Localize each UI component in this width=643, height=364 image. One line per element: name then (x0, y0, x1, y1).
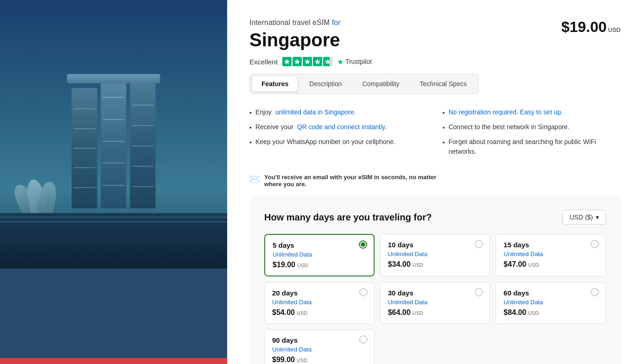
plan-data: Unlimited Data (272, 346, 367, 353)
plan-currency: USD (413, 262, 423, 268)
plan-15days[interactable]: 15 days Unlimited Data $47.00 USD (496, 234, 606, 276)
plan-radio (591, 240, 599, 248)
plan-price-row: $84.00 USD (503, 308, 598, 317)
product-tabs: Features Description Compatibility Techn… (249, 74, 478, 94)
plan-currency: USD (297, 358, 307, 363)
plans-question: How many days are you traveling for? (264, 212, 432, 223)
features-left-list: Enjoy unlimited data in Singapore. Recei… (249, 105, 428, 159)
brand-card: H (0, 358, 227, 364)
svg-marker-14 (294, 59, 300, 64)
plan-name: 30 days (388, 289, 483, 297)
plan-radio (359, 335, 368, 344)
plan-price-row: $54.00 USD (272, 308, 367, 317)
plan-data: Unlimited Data (388, 299, 483, 306)
svg-marker-16 (315, 59, 320, 64)
star-3 (303, 57, 312, 66)
plan-price: $64.00 (388, 308, 411, 317)
rating-row: Excellent ★ Trustpilot (249, 57, 372, 66)
plan-currency: USD (413, 310, 423, 316)
plan-data: Unlimited Data (503, 299, 598, 306)
star-2 (293, 57, 302, 66)
tab-features[interactable]: Features (252, 76, 298, 92)
tab-description[interactable]: Description (300, 76, 351, 92)
plan-name: 20 days (272, 289, 367, 297)
plan-90days[interactable]: 90 days Unlimited Data $99.00 USD (264, 329, 375, 364)
star-4 (313, 57, 322, 66)
plan-price-row: $64.00 USD (388, 308, 483, 317)
star-1 (282, 57, 292, 66)
plan-price: $54.00 (272, 308, 295, 317)
plan-currency: USD (528, 262, 539, 268)
email-delivery-note: ✉️ You'll receive an email with your eSI… (249, 168, 444, 193)
trustpilot-star-icon: ★ (337, 57, 344, 66)
star-rating (282, 57, 332, 66)
title-price-row: International travel eSIM for Singapore … (249, 19, 621, 66)
qr-code-link[interactable]: QR code and connect instantly. (297, 122, 387, 132)
plan-radio (359, 288, 368, 296)
unlimited-data-link[interactable]: unlimited data in Singapore. (275, 107, 356, 117)
plan-name: 5 days (273, 241, 366, 249)
svg-marker-15 (305, 59, 310, 64)
price-value: $19.00 (561, 19, 607, 35)
feature-item-4: No registration required. Easy to set up… (443, 105, 621, 120)
feature-item-5: Connect to the best network in Singapore… (443, 120, 621, 135)
features-right-list: No registration required. Easy to set up… (443, 105, 621, 159)
plan-price-row: $47.00 USD (503, 260, 598, 269)
plan-name: 15 days (503, 241, 598, 249)
plan-currency: USD (297, 310, 307, 316)
plan-10days[interactable]: 10 days Unlimited Data $34.00 USD (380, 234, 490, 276)
svg-marker-17 (325, 59, 331, 64)
plan-name: 60 days (503, 289, 598, 297)
plan-price: $99.00 (272, 356, 295, 364)
plan-data: Unlimited Data (503, 251, 598, 257)
price-currency-label: USD (608, 26, 621, 33)
features-grid: Enjoy unlimited data in Singapore. Recei… (249, 105, 621, 159)
tab-compatibility[interactable]: Compatibility (353, 76, 408, 92)
subtitle-highlight: for (332, 19, 341, 26)
plan-currency: USD (528, 310, 539, 316)
plan-data: Unlimited Data (272, 299, 367, 306)
plan-price: $34.00 (388, 260, 411, 269)
plan-currency: USD (297, 263, 308, 268)
plan-radio (591, 288, 599, 296)
trustpilot-badge: ★ Trustpilot (337, 57, 372, 66)
plan-5days[interactable]: 5 days Unlimited Data $19.00 USD (264, 234, 375, 276)
plan-price-row: $99.00 USD (272, 356, 367, 364)
product-detail-panel: International travel eSIM for Singapore … (227, 0, 643, 364)
plan-radio (359, 240, 367, 249)
plan-name: 10 days (388, 241, 483, 249)
email-note-text: You'll receive an email with your eSIM i… (264, 174, 444, 188)
product-title-section: International travel eSIM for Singapore … (249, 19, 372, 66)
plans-grid: 5 days Unlimited Data $19.00 USD 10 days… (264, 234, 606, 364)
product-price: $19.00USD (561, 19, 621, 36)
svg-marker-13 (284, 59, 290, 64)
plan-price: $84.00 (503, 308, 526, 317)
feature-item-6: Forget about roaming and searching for p… (443, 135, 621, 159)
product-country: Singapore (249, 30, 372, 50)
plan-60days[interactable]: 60 days Unlimited Data $84.00 USD (496, 282, 606, 324)
tab-technical-specs[interactable]: Technical Specs (411, 76, 476, 92)
hero-image (0, 0, 227, 269)
product-subtitle: International travel eSIM for (249, 19, 372, 27)
feature-item-2: Receive your QR code and connect instant… (249, 120, 428, 135)
plan-price-row: $34.00 USD (388, 260, 483, 269)
plans-header: How many days are you traveling for? USD… (264, 210, 606, 225)
star-5-half (323, 57, 332, 66)
rating-label: Excellent (249, 58, 278, 66)
plan-30days[interactable]: 30 days Unlimited Data $64.00 USD (380, 282, 490, 324)
currency-selector[interactable]: USD ($) (562, 210, 606, 225)
hero-panel: H (0, 0, 227, 364)
plans-section: How many days are you traveling for? USD… (249, 197, 621, 364)
plan-data: Unlimited Data (273, 251, 366, 258)
plan-20days[interactable]: 20 days Unlimited Data $54.00 USD (264, 282, 375, 324)
plan-price: $47.00 (503, 260, 526, 269)
feature-item-1: Enjoy unlimited data in Singapore. (249, 105, 428, 120)
water-element (0, 213, 227, 269)
plan-data: Unlimited Data (388, 251, 483, 257)
trustpilot-label: Trustpilot (345, 58, 372, 65)
plan-price: $19.00 (273, 261, 295, 269)
email-icon: ✉️ (249, 174, 260, 184)
plan-name: 90 days (272, 336, 367, 344)
plan-price-row: $19.00 USD (273, 261, 366, 269)
no-reg-link[interactable]: No registration required. Easy to set up… (448, 107, 563, 117)
